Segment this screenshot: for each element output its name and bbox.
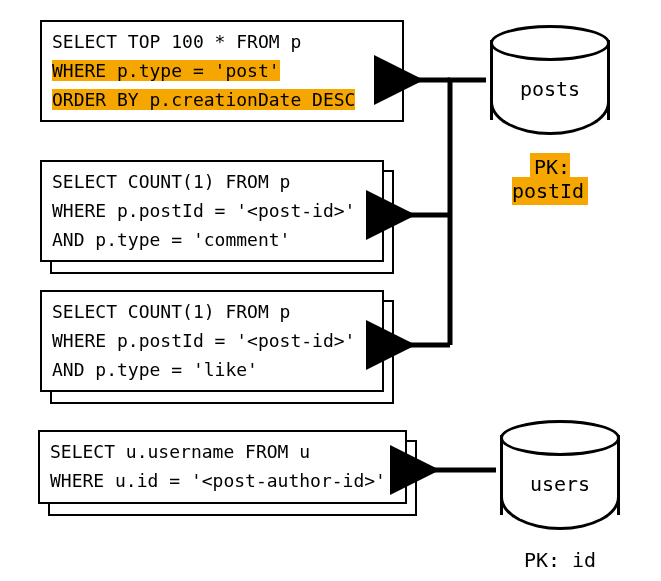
diagram-canvas: SELECT TOP 100 * FROM p WHERE p.type = '… (0, 0, 661, 581)
pk-posts: PK: postId (490, 155, 610, 203)
db-posts: posts (490, 25, 610, 135)
db-label: users (500, 472, 620, 496)
query-line-hl: ORDER BY p.creationDate DESC (52, 89, 355, 110)
query-line: WHERE p.postId = '<post-id>' (52, 327, 372, 356)
pk-users: PK: id (500, 548, 620, 572)
query-line-hl: WHERE p.type = 'post' (52, 60, 280, 81)
query-2: SELECT COUNT(1) FROM p WHERE p.postId = … (40, 160, 384, 262)
query-line: AND p.type = 'like' (52, 356, 372, 385)
query-1: SELECT TOP 100 * FROM p WHERE p.type = '… (40, 20, 404, 122)
pk-label: PK: id (524, 548, 596, 572)
query-line: SELECT u.username FROM u (50, 438, 395, 467)
query-line: AND p.type = 'comment' (52, 226, 372, 255)
query-line: SELECT TOP 100 * FROM p (52, 28, 392, 57)
query-line: SELECT COUNT(1) FROM p (52, 168, 372, 197)
db-users: users (500, 420, 620, 530)
query-line: SELECT COUNT(1) FROM p (52, 298, 372, 327)
query-line: WHERE u.id = '<post-author-id>' (50, 467, 395, 496)
query-4: SELECT u.username FROM u WHERE u.id = '<… (38, 430, 407, 504)
query-line: WHERE p.postId = '<post-id>' (52, 197, 372, 226)
db-label: posts (490, 77, 610, 101)
query-3: SELECT COUNT(1) FROM p WHERE p.postId = … (40, 290, 384, 392)
pk-label: PK: postId (512, 153, 588, 205)
